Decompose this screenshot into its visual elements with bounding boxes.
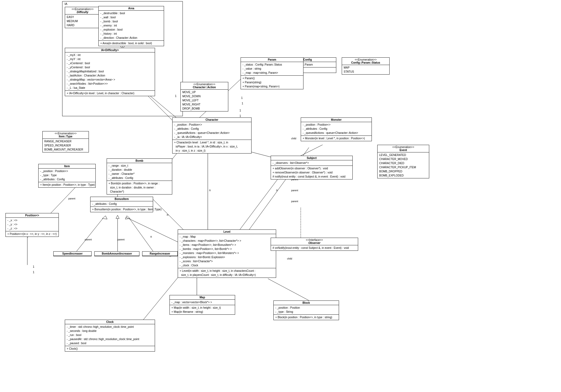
speedincreaser-class: SpeedIncreaser — [53, 251, 92, 256]
map-class: Map - _map : vector<vector<Block*> > + M… — [170, 295, 235, 315]
svg-text:1: 1 — [241, 96, 243, 99]
svg-text:n: n — [167, 213, 168, 216]
svg-line-31 — [128, 217, 153, 251]
clock-class: Clock - _timer : std::chrono::high_resol… — [65, 320, 155, 352]
svg-text:parent: parent — [85, 238, 92, 241]
bonusitem-class: BonusItem - _attributes : Config + Bonus… — [90, 197, 153, 212]
rangeincreaser-class: RangeIncreaser — [142, 251, 178, 256]
difficulty-class: <<Enumeration>> Difficulty EASY MEDIUM H… — [65, 7, 100, 28]
svg-text:child: child — [287, 257, 292, 260]
item-type-class: <<Enumeration>> Item::Type RANGE_INCREAS… — [42, 131, 89, 152]
svg-text:1: 1 — [239, 109, 241, 112]
svg-marker-32 — [125, 216, 130, 219]
svg-line-40 — [126, 217, 186, 246]
observer-interface-class: <<Interface>> Observer # onNotify(inout … — [271, 238, 358, 251]
diagram-container: 1 n — [0, 0, 561, 392]
param-class: Param - _status : Config::Param::Status … — [241, 57, 303, 89]
svg-text:n: n — [276, 189, 278, 192]
monster-class: Monster - _position : Position<> - _attr… — [301, 117, 372, 141]
svg-text:1: 1 — [175, 95, 177, 98]
svg-marker-28 — [102, 216, 107, 219]
svg-line-27 — [77, 217, 104, 251]
level-class: Level - _map : Map - _characters : map<P… — [178, 229, 276, 278]
area-class: Area - _destructible : bool - _wall : bo… — [98, 6, 164, 46]
ia-class: IA<Difficulty> - _myX : int - _myY : int… — [65, 48, 155, 96]
svg-text:parent: parent — [291, 189, 298, 192]
svg-text:1: 1 — [242, 102, 243, 105]
svg-text:child: child — [291, 137, 296, 140]
block-class: Block - _position : Position - _type : S… — [273, 300, 339, 320]
config-param-status-class: <<Enumeration>> Config::Param::Status MA… — [342, 57, 390, 75]
svg-line-17 — [268, 279, 309, 300]
svg-text:n: n — [150, 235, 152, 238]
bomb-class: Bomb - _range : size_t - _duration : dou… — [107, 158, 172, 194]
item-class: Item - _position : Position<> - _type : … — [38, 164, 96, 188]
svg-text:1: 1 — [33, 265, 34, 268]
svg-text:parent: parent — [291, 200, 298, 203]
svg-text:parent: parent — [68, 197, 75, 200]
subject-class: Subject - _observers : list<Observer*> +… — [271, 156, 353, 179]
character-class: Character - _position : Position<> - _at… — [172, 117, 252, 154]
position-class: Position<> - _x : <> - _y : <> - _z : <>… — [5, 213, 59, 237]
svg-marker-30 — [116, 215, 119, 219]
svg-text:parent: parent — [118, 238, 125, 241]
svg-text:1: 1 — [33, 271, 34, 274]
character-action-class: <<Enumeration>> Character::Action MOVE_U… — [180, 82, 228, 111]
bombamountincreaser-class: BombAmountIncreaser — [94, 251, 139, 256]
svg-text:n: n — [209, 189, 211, 192]
event-enum-class: <<Enumeration>> Event LEVEL_GENERATED CH… — [377, 145, 429, 178]
ia-boundary-label: IA — [65, 2, 67, 5]
svg-text:1: 1 — [239, 114, 241, 117]
